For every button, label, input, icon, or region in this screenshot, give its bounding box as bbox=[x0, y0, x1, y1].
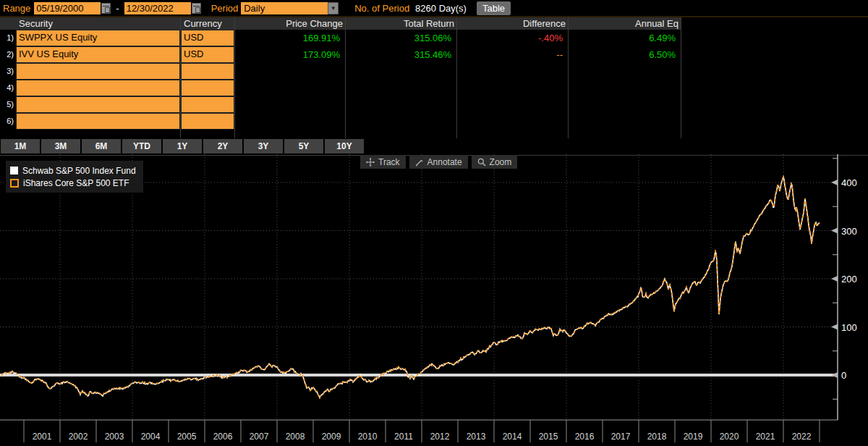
table-button[interactable]: Table bbox=[477, 1, 511, 15]
range-separator: - bbox=[116, 3, 119, 14]
annotate-label: Annotate bbox=[427, 157, 462, 167]
svg-text:2022: 2022 bbox=[792, 432, 812, 442]
annotate-pencil-icon bbox=[415, 158, 424, 167]
range-start-input[interactable]: 05/19/2000 bbox=[34, 2, 101, 14]
svg-text:2019: 2019 bbox=[684, 432, 703, 442]
legend-label: Schwab S&P 500 Index Fund bbox=[22, 166, 136, 176]
tab-2y[interactable]: 2Y bbox=[203, 139, 242, 153]
chevron-down-icon[interactable]: ▼ bbox=[328, 2, 339, 14]
svg-text:300: 300 bbox=[841, 226, 857, 237]
row-number: 6) bbox=[0, 113, 14, 130]
svg-text:0: 0 bbox=[841, 370, 846, 381]
currency-cell[interactable]: USD bbox=[181, 30, 234, 46]
bloomberg-comp-screen: Range 05/19/2000 - 12/30/2022 Period Dai… bbox=[0, 0, 868, 446]
chart-toolbar: Track Annotate Zoom bbox=[360, 155, 521, 169]
price-change-value: 173.09% bbox=[235, 46, 343, 63]
range-label: Range bbox=[3, 3, 30, 14]
row-number: 4) bbox=[0, 80, 14, 96]
zoom-label: Zoom bbox=[490, 157, 512, 167]
difference-value: -- bbox=[457, 46, 566, 63]
currency-cell[interactable]: USD bbox=[181, 46, 234, 63]
toolbar: Range 05/19/2000 - 12/30/2022 Period Dai… bbox=[0, 0, 868, 17]
legend-item-schwab[interactable]: Schwab S&P 500 Index Fund bbox=[10, 164, 136, 177]
svg-text:2014: 2014 bbox=[503, 432, 522, 442]
svg-text:2012: 2012 bbox=[430, 432, 450, 442]
security-cell[interactable] bbox=[16, 63, 180, 80]
annual-eq-value: 6.50% bbox=[569, 46, 678, 63]
track-button[interactable]: Track bbox=[360, 155, 406, 169]
legend-label: iShares Core S&P 500 ETF bbox=[23, 178, 129, 188]
annotate-button[interactable]: Annotate bbox=[409, 155, 468, 169]
chart-legend: Schwab S&P 500 Index Fund iShares Core S… bbox=[6, 161, 143, 193]
tab-1m[interactable]: 1M bbox=[1, 139, 40, 153]
security-cell[interactable] bbox=[16, 113, 180, 130]
difference-value: -.40% bbox=[457, 30, 566, 46]
svg-text:2008: 2008 bbox=[286, 432, 305, 442]
svg-text:2004: 2004 bbox=[141, 432, 161, 442]
svg-text:2005: 2005 bbox=[177, 432, 197, 442]
range-end-input[interactable]: 12/30/2022 bbox=[124, 2, 191, 14]
white-line-swatch bbox=[10, 167, 18, 174]
track-crosshair-icon bbox=[366, 158, 375, 167]
period-select[interactable]: Daily bbox=[241, 2, 328, 14]
col-header-security: Security bbox=[19, 17, 53, 30]
svg-text:2007: 2007 bbox=[250, 432, 269, 442]
svg-text:2018: 2018 bbox=[647, 432, 667, 442]
currency-cell[interactable] bbox=[181, 96, 234, 113]
svg-text:2020: 2020 bbox=[720, 432, 739, 442]
num-period-label: No. of Period bbox=[354, 3, 409, 14]
col-header-currency: Currency bbox=[184, 17, 222, 30]
svg-text:2006: 2006 bbox=[213, 432, 233, 442]
track-label: Track bbox=[378, 157, 400, 167]
calendar-icon[interactable] bbox=[101, 3, 111, 14]
tab-ytd[interactable]: YTD bbox=[122, 139, 161, 153]
svg-text:2017: 2017 bbox=[611, 432, 631, 442]
row-number: 3) bbox=[0, 63, 14, 80]
svg-text:100: 100 bbox=[841, 322, 857, 333]
tab-10y[interactable]: 10Y bbox=[325, 139, 364, 153]
orange-dashed-swatch bbox=[10, 179, 19, 188]
total-return-value: 315.46% bbox=[346, 46, 454, 63]
period-tabs: 1M 3M 6M YTD 1Y 2Y 3Y 5Y 10Y bbox=[1, 139, 365, 153]
zoom-button[interactable]: Zoom bbox=[472, 155, 518, 169]
svg-text:2016: 2016 bbox=[575, 432, 595, 442]
row-number: 1) bbox=[0, 30, 14, 46]
tab-6m[interactable]: 6M bbox=[82, 139, 121, 153]
svg-text:2010: 2010 bbox=[358, 432, 378, 442]
tab-3m[interactable]: 3M bbox=[41, 139, 80, 153]
num-period-value: 8260 Day(s) bbox=[415, 3, 467, 14]
currency-cell[interactable] bbox=[181, 113, 234, 130]
security-cell[interactable]: IVV US Equity bbox=[16, 46, 180, 63]
svg-text:2013: 2013 bbox=[467, 432, 486, 442]
zoom-magnifier-icon bbox=[477, 158, 486, 167]
chart-area[interactable]: 0100200300400200120022003200420052006200… bbox=[0, 154, 868, 446]
col-header-difference: Difference bbox=[457, 17, 566, 30]
col-header-total-return: Total Return bbox=[346, 17, 454, 30]
tab-1y[interactable]: 1Y bbox=[163, 139, 202, 153]
svg-text:2021: 2021 bbox=[756, 432, 775, 442]
row-number: 5) bbox=[0, 96, 14, 113]
svg-text:2002: 2002 bbox=[69, 432, 88, 442]
security-cell[interactable] bbox=[16, 96, 180, 113]
period-label: Period bbox=[211, 3, 239, 14]
svg-text:400: 400 bbox=[841, 177, 857, 188]
svg-text:2001: 2001 bbox=[33, 432, 52, 442]
column-divider bbox=[681, 17, 681, 138]
security-cell[interactable]: SWPPX US Equity bbox=[16, 30, 180, 46]
calendar-icon[interactable] bbox=[192, 3, 201, 14]
col-header-annual-eq: Annual Eq bbox=[569, 17, 678, 30]
legend-item-ishares[interactable]: iShares Core S&P 500 ETF bbox=[10, 177, 136, 189]
svg-text:2009: 2009 bbox=[322, 432, 341, 442]
security-cell[interactable] bbox=[16, 80, 180, 96]
currency-cell[interactable] bbox=[181, 63, 234, 80]
col-header-price-change: Price Change bbox=[235, 17, 343, 30]
total-return-value: 315.06% bbox=[346, 30, 454, 46]
currency-cell[interactable] bbox=[181, 80, 234, 96]
svg-text:2003: 2003 bbox=[105, 432, 124, 442]
security-table: Security Currency Price Change Total Ret… bbox=[0, 17, 868, 138]
tab-3y[interactable]: 3Y bbox=[244, 139, 283, 153]
row-number: 2) bbox=[0, 46, 14, 63]
tab-5y[interactable]: 5Y bbox=[284, 139, 323, 153]
annual-eq-value: 6.49% bbox=[569, 30, 678, 46]
return-chart[interactable]: 0100200300400200120022003200420052006200… bbox=[0, 154, 868, 446]
